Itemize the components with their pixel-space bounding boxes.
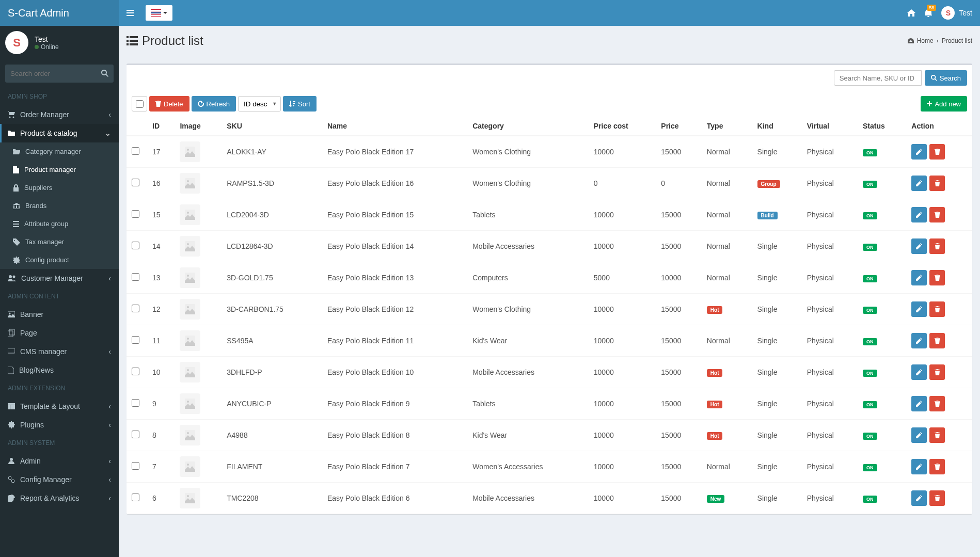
svg-point-5 <box>9 313 11 314</box>
svg-point-0 <box>9 117 11 118</box>
nav-plugins[interactable]: Plugins‹ <box>0 416 119 434</box>
delete-row-button[interactable] <box>929 238 945 254</box>
nav-admin[interactable]: Admin‹ <box>0 452 119 470</box>
row-checkbox[interactable] <box>132 494 139 501</box>
search-product-input[interactable] <box>834 70 922 86</box>
nav-product-manager[interactable]: Product manager <box>0 161 119 179</box>
row-checkbox[interactable] <box>132 242 139 249</box>
nav-report[interactable]: Report & Analytics‹ <box>0 489 119 507</box>
delete-row-button[interactable] <box>929 427 945 443</box>
edit-button[interactable] <box>911 270 927 285</box>
row-checkbox[interactable] <box>132 210 139 218</box>
nav-template[interactable]: Template & Layout‹ <box>0 397 119 416</box>
delete-row-button[interactable] <box>929 333 945 348</box>
svg-point-1 <box>13 117 14 118</box>
row-checkbox[interactable] <box>132 462 139 470</box>
svg-point-13 <box>8 476 11 480</box>
delete-row-button[interactable] <box>929 207 945 222</box>
row-checkbox[interactable] <box>132 399 139 407</box>
logo[interactable]: S-Cart Admin <box>0 0 119 26</box>
edit-button[interactable] <box>911 364 927 380</box>
delete-row-button[interactable] <box>929 176 945 191</box>
row-checkbox[interactable] <box>132 431 139 438</box>
delete-row-button[interactable] <box>929 270 945 285</box>
edit-button[interactable] <box>911 333 927 348</box>
edit-button[interactable] <box>911 427 927 443</box>
sort-select[interactable]: ID desc <box>238 96 281 112</box>
nav-product-catalog[interactable]: Product & catalog ⌄ <box>0 124 119 142</box>
edit-icon <box>916 275 922 281</box>
nav-cms-manager[interactable]: CMS manager‹ <box>0 342 119 361</box>
sidebar-toggle[interactable] <box>119 9 141 17</box>
type-badge: Hot <box>707 432 723 440</box>
breadcrumb-home[interactable]: Home <box>917 37 934 44</box>
nav-attribute-group[interactable]: Attribute group <box>0 215 119 233</box>
cell-price: 10000 <box>656 262 701 294</box>
th-image: Image <box>175 117 222 136</box>
search-icon[interactable] <box>101 70 108 77</box>
nav-config-manager[interactable]: Config Manager‹ <box>0 470 119 489</box>
sort-button[interactable]: Sort <box>283 96 317 112</box>
delete-row-button[interactable] <box>929 144 945 160</box>
svg-point-32 <box>187 401 189 403</box>
nav-blog[interactable]: Blog/News <box>0 361 119 379</box>
cell-id: 8 <box>147 420 175 451</box>
delete-row-button[interactable] <box>929 364 945 380</box>
nav-config-product[interactable]: Config product <box>0 251 119 269</box>
svg-point-26 <box>187 306 189 308</box>
cell-price-cost: 10000 <box>589 388 656 420</box>
edit-button[interactable] <box>911 459 927 474</box>
refresh-icon <box>198 101 204 107</box>
svg-rect-11 <box>10 405 15 409</box>
add-new-button[interactable]: Add new <box>921 96 967 112</box>
cell-price: 0 <box>656 168 701 199</box>
product-image <box>180 425 200 445</box>
nav-customer-manager[interactable]: Customer Manager ‹ <box>0 269 119 288</box>
delete-row-button[interactable] <box>929 396 945 411</box>
select-all-wrapper[interactable] <box>132 96 147 112</box>
home-link[interactable] <box>907 9 915 17</box>
notifications-button[interactable]: 58 <box>925 9 932 17</box>
nav-suppliers[interactable]: Suppliers <box>0 179 119 197</box>
nav-order-manager[interactable]: Order Manager ‹ <box>0 105 119 124</box>
nav-brands[interactable]: Brands <box>0 197 119 215</box>
user-menu[interactable]: S Test <box>941 6 972 20</box>
flag-uk-icon <box>151 9 161 17</box>
language-switcher[interactable] <box>146 5 172 21</box>
notification-badge: 58 <box>927 5 936 11</box>
th-name: Name <box>322 117 467 136</box>
edit-button[interactable] <box>911 238 927 254</box>
table-row: 16 RAMPS1.5-3D Easy Polo Black Edition 1… <box>127 168 972 199</box>
delete-button[interactable]: Delete <box>149 96 189 112</box>
user-panel: S Test Online <box>0 26 119 59</box>
delete-row-button[interactable] <box>929 490 945 506</box>
edit-button[interactable] <box>911 490 927 506</box>
edit-button[interactable] <box>911 396 927 411</box>
svg-point-20 <box>187 212 189 214</box>
nav-page[interactable]: Page <box>0 324 119 342</box>
row-checkbox[interactable] <box>132 336 139 344</box>
nav-banner[interactable]: Banner <box>0 305 119 324</box>
edit-button[interactable] <box>911 301 927 317</box>
edit-button[interactable] <box>911 176 927 191</box>
row-checkbox[interactable] <box>132 147 139 155</box>
refresh-button[interactable]: Refresh <box>192 96 236 112</box>
edit-button[interactable] <box>911 207 927 222</box>
row-checkbox[interactable] <box>132 179 139 186</box>
cell-kind: Build <box>752 199 802 231</box>
row-checkbox[interactable] <box>132 368 139 375</box>
cell-price: 15000 <box>656 199 701 231</box>
search-button[interactable]: Search <box>925 70 967 86</box>
nav-tax-manager[interactable]: Tax manager <box>0 233 119 251</box>
tag-icon <box>13 238 20 246</box>
delete-row-button[interactable] <box>929 301 945 317</box>
edit-button[interactable] <box>911 144 927 160</box>
select-all-checkbox[interactable] <box>136 100 144 108</box>
delete-row-button[interactable] <box>929 459 945 474</box>
search-order-input[interactable] <box>5 65 114 83</box>
row-checkbox[interactable] <box>132 305 139 312</box>
svg-point-38 <box>187 495 189 497</box>
cell-price-cost: 10000 <box>589 136 656 168</box>
row-checkbox[interactable] <box>132 273 139 281</box>
nav-category-manager[interactable]: Category manager <box>0 142 119 161</box>
